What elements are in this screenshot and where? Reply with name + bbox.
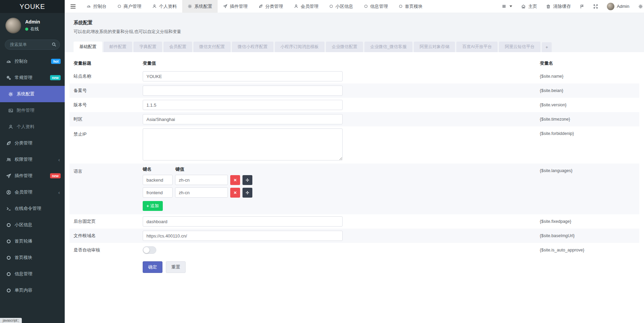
table-header-row: 变量标题 变量值 变量名	[69, 58, 639, 69]
sidebar-item-dashboard[interactable]: 控制台 hot	[0, 53, 65, 70]
circle-icon	[7, 223, 11, 227]
hamburger-menu-icon[interactable]	[65, 0, 81, 13]
base-img-url-input[interactable]	[143, 231, 343, 241]
sidebar-item-single-page[interactable]: 单页内容	[0, 282, 65, 298]
sidebar-item-label: 插件管理	[15, 173, 32, 179]
append-button[interactable]: + 追加	[143, 201, 163, 211]
close-icon	[233, 191, 237, 195]
sidebar-item-home-carousel[interactable]: 首页轮播	[0, 233, 65, 249]
tab-dictionary-config[interactable]: 字典配置	[133, 42, 162, 52]
sidebar-item-label: 在线命令管理	[15, 205, 41, 212]
tab-basic-config[interactable]: 基础配置	[74, 42, 102, 52]
fixed-page-input[interactable]	[143, 216, 343, 227]
move-icon	[246, 178, 249, 182]
hot-badge: hot	[51, 59, 61, 64]
nav-tab-community-info[interactable]: 小区信息	[324, 0, 359, 13]
page-title: 系统配置	[74, 20, 635, 26]
sidebar-item-system-config[interactable]: 系统配置	[0, 86, 65, 102]
lang-value-input[interactable]	[175, 175, 228, 185]
nav-tab-members[interactable]: 会员管理	[288, 0, 324, 13]
nav-tab-addon[interactable]: 插件管理	[218, 0, 253, 13]
circle-icon	[399, 5, 402, 8]
tab-member-config[interactable]: 会员配置	[163, 42, 192, 52]
nav-tab-info-manage[interactable]: 信息管理	[359, 0, 393, 13]
var-name: {$site.version}	[540, 103, 635, 107]
settings-gear-button[interactable]	[634, 0, 644, 13]
sidebar-item-label: 权限管理	[15, 156, 32, 163]
nav-tab-home-modules[interactable]: 首页模块	[393, 0, 428, 13]
delete-row-button[interactable]	[230, 175, 240, 185]
tab-wechat-miniapp-config[interactable]: 微信小程序配置	[232, 42, 273, 52]
terminal-icon	[6, 206, 11, 211]
gear-icon	[8, 92, 13, 97]
nav-tab-system-config[interactable]: 系统配置	[182, 0, 218, 13]
tab-list-dropdown[interactable]	[497, 0, 517, 13]
fullscreen-button[interactable]	[589, 0, 602, 13]
sidebar-item-profile[interactable]: 个人资料	[0, 119, 65, 135]
add-tab-button[interactable]: +	[542, 42, 552, 52]
sidebar-item-auth[interactable]: 权限管理 ‹	[0, 151, 65, 168]
config-row-fixed-page: 后台固定页 {$site.fixedpage}	[69, 214, 639, 229]
lang-key-input[interactable]	[143, 175, 173, 185]
reset-button[interactable]: 重置	[166, 261, 186, 273]
tab-wecom-config[interactable]: 企业微信配置	[326, 42, 363, 52]
lang-value-header: 键值	[175, 166, 231, 172]
nav-tab-category[interactable]: 分类管理	[253, 0, 288, 13]
search-icon[interactable]	[51, 42, 57, 47]
clear-cache-button[interactable]: 清除缓存	[541, 0, 575, 13]
var-name: {$site.fixedpage}	[540, 219, 635, 224]
nav-tab-profile[interactable]: 个人资料	[147, 0, 182, 13]
col-header-title: 变量标题	[74, 60, 143, 66]
lang-value-input[interactable]	[175, 187, 228, 198]
drag-row-button[interactable]	[242, 188, 252, 198]
site-name-input[interactable]	[143, 71, 343, 81]
col-header-value: 变量值	[143, 60, 343, 66]
timezone-input[interactable]	[143, 114, 343, 124]
language-flag-button[interactable]	[575, 0, 589, 13]
tab-baidu-ai[interactable]: 百度AI开放平台	[456, 42, 498, 52]
tab-miniapp-subscribe-template[interactable]: 小程序订阅消息模板	[275, 42, 325, 52]
admin-user-menu[interactable]: Admin	[602, 0, 634, 13]
nav-tab-dashboard[interactable]: 控制台	[81, 0, 112, 13]
sidebar-item-info-manage[interactable]: 信息管理	[0, 266, 65, 282]
sidebar-item-community-info[interactable]: 小区信息	[0, 217, 65, 233]
var-name: {$site.baseImgUrl}	[540, 233, 635, 238]
nav-tab-merchant[interactable]: 商户管理	[112, 0, 147, 13]
tab-wecom-kefu[interactable]: 企业微信_微信客服	[364, 42, 412, 52]
sidebar-item-category[interactable]: 分类管理	[0, 135, 65, 151]
sidebar-item-members[interactable]: 会员管理 ‹	[0, 184, 65, 200]
drag-row-button[interactable]	[242, 175, 252, 185]
tab-aliyun-oss[interactable]: 阿里云对象存储	[414, 42, 455, 52]
delete-row-button[interactable]	[230, 188, 240, 198]
plus-icon: +	[146, 204, 149, 208]
version-input[interactable]	[143, 100, 343, 110]
member-icon	[6, 190, 11, 195]
tab-aliyun-sms[interactable]: 阿里云短信平台	[499, 42, 540, 52]
config-row-timezone: 时区 {$site.timezone}	[69, 112, 639, 126]
sidebar-item-label: 首页轮播	[15, 238, 32, 244]
sidebar-item-label: 个人资料	[17, 124, 34, 130]
sidebar-item-label: 附件管理	[17, 107, 34, 113]
lang-key-input[interactable]	[143, 187, 173, 198]
sidebar-menu: 控制台 hot 常规管理 new 系统配置 附件管理 个人资料	[0, 53, 65, 323]
admin-label: Admin	[617, 4, 629, 9]
chevron-left-icon: ‹	[58, 189, 60, 195]
beian-input[interactable]	[143, 86, 343, 96]
sidebar-item-label: 常规管理	[15, 75, 32, 81]
sidebar-item-label: 会员管理	[15, 189, 32, 195]
sidebar-item-command[interactable]: 在线命令管理	[0, 200, 65, 217]
sidebar-item-attachments[interactable]: 附件管理	[0, 102, 65, 119]
forbidden-ip-textarea[interactable]	[143, 128, 343, 160]
tab-email-config[interactable]: 邮件配置	[104, 42, 132, 52]
circle-icon	[330, 5, 333, 8]
submit-button[interactable]: 确定	[143, 261, 162, 273]
sidebar-item-addon[interactable]: 插件管理 new	[0, 168, 65, 184]
tab-wechat-pay-config[interactable]: 微信支付配置	[193, 42, 231, 52]
new-badge: new	[50, 75, 61, 80]
image-icon	[8, 108, 13, 113]
sidebar-item-general[interactable]: 常规管理 new	[0, 70, 65, 86]
sidebar-item-home-modules[interactable]: 首页模块	[0, 249, 65, 266]
gear-icon	[638, 4, 643, 9]
auto-approve-toggle[interactable]	[143, 246, 156, 254]
home-button[interactable]: 主页	[517, 0, 541, 13]
